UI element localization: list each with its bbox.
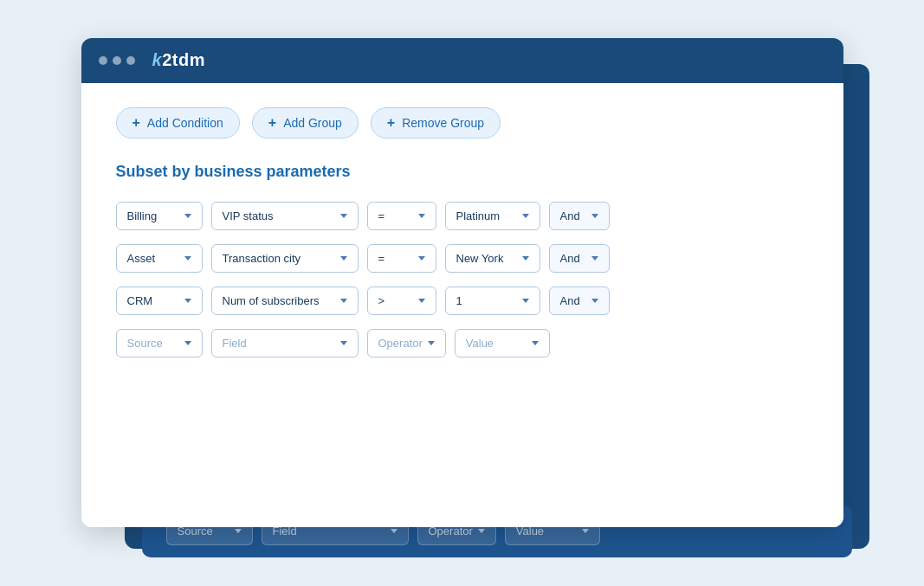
- chevron-down-icon: [591, 256, 598, 261]
- value-dropdown-placeholder[interactable]: Value: [455, 329, 550, 357]
- field-dropdown-placeholder[interactable]: Field: [211, 329, 359, 357]
- chevron-down-icon: [418, 256, 425, 261]
- chevron-down-icon: [522, 214, 529, 218]
- add-condition-label: Add Condition: [147, 116, 223, 130]
- field-dropdown-0[interactable]: VIP status: [211, 202, 359, 230]
- conjunction-dropdown-0[interactable]: And: [549, 202, 610, 230]
- plus-icon: +: [387, 115, 395, 131]
- logo-text: k2tdm: [152, 50, 205, 70]
- chevron-down-icon: [428, 341, 435, 345]
- chevron-icon: [582, 529, 589, 533]
- add-group-label: Add Group: [283, 116, 342, 130]
- operator-dropdown-1[interactable]: =: [367, 244, 436, 273]
- chevron-down-icon: [184, 299, 191, 303]
- condition-row: CRM Num of subscribers > 1: [116, 287, 809, 315]
- logo-k: k: [152, 50, 163, 69]
- content-area: + Add Condition + Add Group + Remove Gro…: [81, 83, 843, 527]
- chevron-down-icon: [340, 256, 347, 261]
- chevron-down-icon: [522, 256, 529, 261]
- chevron-down-icon: [184, 214, 191, 218]
- chevron-down-icon: [184, 341, 191, 345]
- chevron-icon: [478, 529, 485, 533]
- toolbar: + Add Condition + Add Group + Remove Gro…: [116, 107, 809, 138]
- operator-dropdown-0[interactable]: =: [367, 202, 436, 230]
- conjunction-dropdown-2[interactable]: And: [549, 287, 610, 315]
- dot-3: [126, 56, 135, 65]
- chevron-down-icon: [591, 214, 598, 218]
- operator-dropdown-2[interactable]: >: [367, 287, 436, 315]
- chevron-down-icon: [340, 299, 347, 303]
- condition-row-placeholder: Source Field Operator Value: [116, 329, 809, 357]
- title-bar: k2tdm: [81, 38, 843, 83]
- value-dropdown-2[interactable]: 1: [445, 287, 540, 315]
- window-controls: [99, 56, 135, 65]
- chevron-down-icon: [418, 214, 425, 218]
- chevron-down-icon: [184, 256, 191, 261]
- section-title: Subset by business parameters: [116, 163, 809, 181]
- conjunction-dropdown-1[interactable]: And: [549, 244, 610, 273]
- value-dropdown-1[interactable]: New York: [445, 244, 540, 273]
- chevron-icon: [391, 529, 397, 533]
- condition-row: Asset Transaction city = New York: [116, 244, 809, 273]
- browser-wrapper: Source Field Operator Value: [81, 38, 843, 549]
- chevron-down-icon: [418, 299, 425, 303]
- chevron-down-icon: [522, 299, 529, 303]
- remove-group-label: Remove Group: [402, 116, 484, 130]
- plus-icon: +: [268, 115, 276, 131]
- chevron-icon: [235, 529, 242, 533]
- dot-1: [99, 56, 107, 65]
- add-condition-button[interactable]: + Add Condition: [116, 107, 240, 138]
- source-dropdown-0[interactable]: Billing: [116, 202, 203, 230]
- chevron-down-icon: [591, 299, 598, 303]
- source-dropdown-placeholder[interactable]: Source: [116, 329, 203, 357]
- conditions-list: Billing VIP status = Platinum: [116, 202, 809, 357]
- browser-window: k2tdm + Add Condition + Add Group + Remo…: [81, 38, 843, 527]
- chevron-down-icon: [532, 341, 539, 345]
- dot-2: [113, 56, 121, 65]
- condition-row: Billing VIP status = Platinum: [116, 202, 809, 230]
- chevron-down-icon: [340, 214, 347, 218]
- add-group-button[interactable]: + Add Group: [252, 107, 359, 138]
- logo: k2tdm: [152, 50, 205, 70]
- source-dropdown-2[interactable]: CRM: [116, 287, 203, 315]
- plus-icon: +: [132, 115, 140, 131]
- value-dropdown-0[interactable]: Platinum: [445, 202, 540, 230]
- field-dropdown-1[interactable]: Transaction city: [211, 244, 359, 273]
- logo-rest: 2tdm: [162, 50, 205, 69]
- remove-group-button[interactable]: + Remove Group: [371, 107, 501, 138]
- field-dropdown-2[interactable]: Num of subscribers: [211, 287, 359, 315]
- operator-dropdown-placeholder[interactable]: Operator: [367, 329, 446, 357]
- chevron-down-icon: [340, 341, 347, 345]
- source-dropdown-1[interactable]: Asset: [116, 244, 203, 273]
